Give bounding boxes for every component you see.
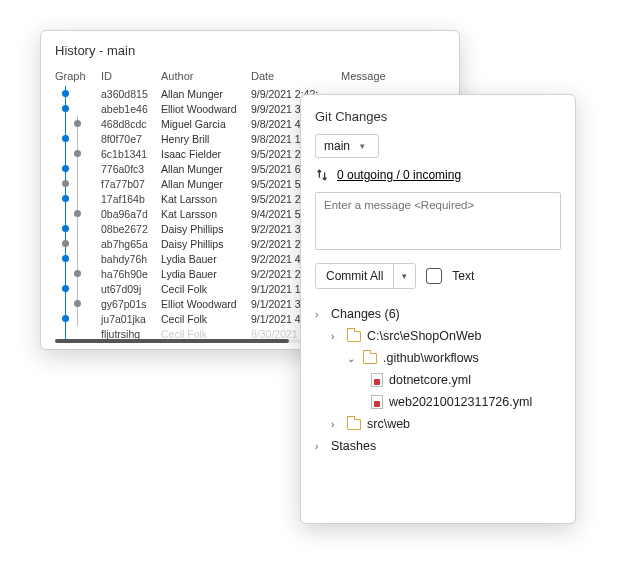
text-checkbox-label: Text — [452, 269, 474, 283]
git-changes-title: Git Changes — [315, 105, 561, 134]
graph-cell — [55, 221, 101, 236]
col-id[interactable]: ID — [101, 70, 161, 82]
commit-author: Allan Munger — [161, 178, 251, 190]
folder-srcweb[interactable]: › src\web — [315, 413, 561, 435]
file-dotnetcore[interactable]: dotnetcore.yml — [315, 369, 561, 391]
commit-id: fljutrsihg — [101, 328, 161, 340]
commit-id: 468d8cdc — [101, 118, 161, 130]
folder-root[interactable]: › C:\src\eShopOnWeb — [315, 325, 561, 347]
commit-dot-icon — [62, 90, 69, 97]
file-web[interactable]: web20210012311726.yml — [315, 391, 561, 413]
commit-dot-icon — [62, 165, 69, 172]
commit-id: 08be2672 — [101, 223, 161, 235]
history-title: History - main — [41, 31, 459, 64]
sync-status-link[interactable]: 0 outgoing / 0 incoming — [337, 168, 461, 182]
graph-cell — [55, 86, 101, 101]
history-column-headers: Graph ID Author Date Message — [41, 64, 459, 86]
commit-id: bahdy76h — [101, 253, 161, 265]
graph-cell — [55, 101, 101, 116]
commit-id: 0ba96a7d — [101, 208, 161, 220]
commit-author: Lydia Bauer — [161, 268, 251, 280]
yaml-file-icon — [371, 395, 383, 409]
commit-id: a360d815 — [101, 88, 161, 100]
commit-id: ab7hg65a — [101, 238, 161, 250]
commit-dot-icon — [62, 180, 69, 187]
commit-author: Kat Larsson — [161, 193, 251, 205]
commit-id: ha76h90e — [101, 268, 161, 280]
commit-author: Daisy Phillips — [161, 238, 251, 250]
chevron-right-icon: › — [315, 309, 325, 320]
git-changes-panel: Git Changes main ▾ 0 outgoing / 0 incomi… — [300, 94, 576, 524]
commit-message-input[interactable] — [315, 192, 561, 250]
changes-label: Changes (6) — [331, 307, 400, 321]
commit-all-label: Commit All — [316, 264, 393, 288]
col-author[interactable]: Author — [161, 70, 251, 82]
commit-id: ut67d09j — [101, 283, 161, 295]
commit-author: Henry Brill — [161, 133, 251, 145]
commit-dot-icon — [74, 150, 81, 157]
commit-id: gy67p01s — [101, 298, 161, 310]
commit-author: Elliot Woodward — [161, 103, 251, 115]
graph-cell — [55, 116, 101, 131]
graph-cell — [55, 191, 101, 206]
commit-dot-icon — [74, 120, 81, 127]
commit-dropdown[interactable]: ▾ — [393, 264, 415, 288]
branch-selector[interactable]: main ▾ — [315, 134, 379, 158]
graph-cell — [55, 236, 101, 251]
commit-dot-icon — [62, 135, 69, 142]
commit-author: Kat Larsson — [161, 208, 251, 220]
commit-id: 8f0f70e7 — [101, 133, 161, 145]
commit-author: Cecil Folk — [161, 313, 251, 325]
commit-author: Daisy Phillips — [161, 223, 251, 235]
folder-root-label: C:\src\eShopOnWeb — [367, 329, 481, 343]
graph-cell — [55, 146, 101, 161]
commit-author: Lydia Bauer — [161, 253, 251, 265]
file-web-label: web20210012311726.yml — [389, 395, 532, 409]
commit-dot-icon — [62, 225, 69, 232]
commit-author: Allan Munger — [161, 163, 251, 175]
commit-id: ju7a01jka — [101, 313, 161, 325]
commit-dot-icon — [62, 285, 69, 292]
folder-icon — [347, 419, 361, 430]
col-message[interactable]: Message — [341, 70, 401, 82]
graph-cell — [55, 296, 101, 311]
graph-cell — [55, 206, 101, 221]
chevron-right-icon: › — [331, 419, 341, 430]
graph-cell — [55, 251, 101, 266]
folder-icon — [363, 353, 377, 364]
commit-author: Miguel Garcia — [161, 118, 251, 130]
stashes-node[interactable]: › Stashes — [315, 435, 561, 457]
col-graph[interactable]: Graph — [55, 70, 101, 82]
scrollbar-thumb[interactable] — [55, 339, 289, 343]
commit-dot-icon — [62, 255, 69, 262]
commit-dot-icon — [74, 270, 81, 277]
graph-cell — [55, 311, 101, 326]
commit-id: 776a0fc3 — [101, 163, 161, 175]
commit-dot-icon — [62, 105, 69, 112]
commit-author: Allan Munger — [161, 88, 251, 100]
graph-cell — [55, 161, 101, 176]
sync-arrows-icon — [315, 168, 329, 182]
commit-author: Cecil Folk — [161, 283, 251, 295]
commit-id: abeb1e46 — [101, 103, 161, 115]
folder-srcweb-label: src\web — [367, 417, 410, 431]
chevron-down-icon: ▾ — [360, 141, 370, 151]
commit-id: f7a77b07 — [101, 178, 161, 190]
col-date[interactable]: Date — [251, 70, 341, 82]
folder-workflows[interactable]: ⌄ .github\workflows — [315, 347, 561, 369]
folder-icon — [347, 331, 361, 342]
file-dotnetcore-label: dotnetcore.yml — [389, 373, 471, 387]
commit-author: Isaac Fielder — [161, 148, 251, 160]
sync-status-row: 0 outgoing / 0 incoming — [315, 168, 561, 182]
chevron-right-icon: › — [315, 441, 325, 452]
commit-dot-icon — [74, 300, 81, 307]
graph-cell — [55, 266, 101, 281]
commit-dot-icon — [74, 210, 81, 217]
changes-node[interactable]: › Changes (6) — [315, 303, 561, 325]
commit-author: Cecil Folk — [161, 328, 251, 340]
text-checkbox[interactable] — [426, 268, 442, 284]
graph-cell — [55, 281, 101, 296]
commit-all-button[interactable]: Commit All ▾ — [315, 263, 416, 289]
commit-dot-icon — [62, 315, 69, 322]
chevron-down-icon: ⌄ — [347, 353, 357, 364]
